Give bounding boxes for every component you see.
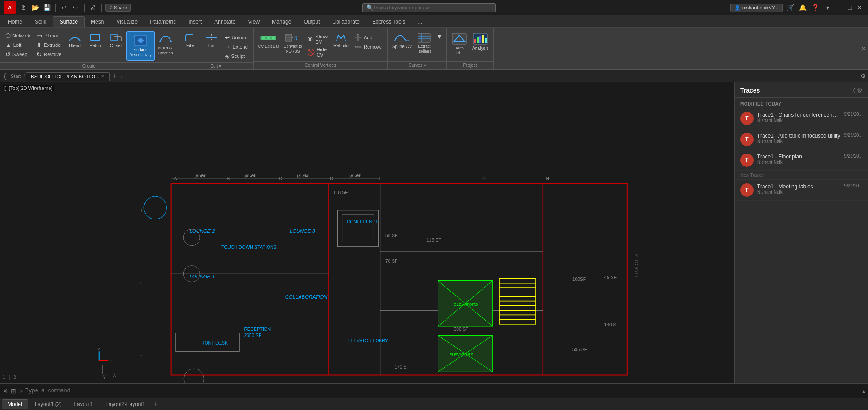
traces-settings-button[interactable]: ⚙ [857,87,863,94]
maximize-button[interactable]: □ [845,3,855,12]
tab-express-tools[interactable]: Express Tools [366,17,411,27]
trace-avatar-3: T [740,154,754,167]
tab-parametric[interactable]: Parametric [144,17,182,27]
rebuild-button[interactable]: Rebuild [331,31,351,49]
auto-tri-button[interactable]: AutoTri... [450,31,469,57]
tab-layout2-layout1[interactable]: Layout2-Layout1 [100,399,151,409]
plot-button[interactable]: 🖨 [88,3,98,12]
offset-button[interactable]: Offset [106,31,126,49]
add-cv-button[interactable]: ➕ Add [352,31,385,42]
trace-date-4: 9/21/20... [844,183,863,188]
untrim-button[interactable]: ↩ Untrim [222,31,251,42]
trace-item-1[interactable]: T Trace1 - Chairs for conference room Ni… [735,108,868,129]
planar-label: Planar [44,33,58,38]
new-traces-divider: New Traces [735,171,868,180]
extract-isolines-button[interactable]: ExtractIsolines [414,31,434,55]
show-cv-button[interactable]: 👁 ShowCV [304,31,330,45]
trace-date-1: 9/21/20... [844,112,863,117]
trace-item-2[interactable]: T Trace1 - Add table in focused utility … [735,129,868,150]
ribbon-group-curves: Spline CV ExtractIsolines ▾ [388,28,447,69]
command-settings-button[interactable]: ⊞ [11,387,16,394]
tab-view[interactable]: View [242,17,266,27]
extend-button[interactable]: → Extend [222,42,251,51]
close-button[interactable]: ✕ [855,3,864,12]
fillet-button[interactable]: Fillet [181,31,201,49]
tab-annotate[interactable]: Annotate [208,17,242,27]
undo-button[interactable]: ↩ [59,3,69,12]
traces-prev-button[interactable]: ⟨ [853,87,855,94]
command-expand-button[interactable]: ▴ [862,387,865,394]
curves-more-button[interactable]: ▾ [435,31,444,41]
svg-text:595 SF: 595 SF [572,347,587,352]
cart-button[interactable]: 🛒 [785,3,795,12]
trace-title-3: Trace1 - Floor plan [757,154,840,160]
search-box[interactable]: 🔍 [362,3,496,12]
notification-button[interactable]: 🔔 [798,3,807,12]
cv-edit-bar-button[interactable]: CV Edit Bar [256,31,281,50]
spline-cv-button[interactable]: Spline CV [390,31,414,50]
planar-button[interactable]: ▭ Planar [34,31,64,40]
patch-button[interactable]: Patch [85,31,105,49]
sweep-button[interactable]: ↺ Sweep [3,50,33,59]
rebuild-label: Rebuild [333,43,349,48]
qa-separator2 [84,4,85,12]
tab-model[interactable]: Model [2,399,28,409]
convert-nurbs-button[interactable]: N Convert toNURBS [282,31,304,55]
loft-button[interactable]: ▲ Loft [3,41,33,49]
search-input[interactable] [373,5,471,10]
tab-layout1[interactable]: Layout1 [68,399,99,409]
blend-button[interactable]: Blend [65,31,85,49]
open-button[interactable]: 📂 [30,3,40,12]
user-button[interactable]: 👤 nishant.naikVY... [730,4,783,12]
tab-solid[interactable]: Solid [28,17,53,27]
command-close-button[interactable]: ✕ [3,387,8,394]
extrude-button[interactable]: ⬆ Extrude [34,41,64,49]
new-button[interactable]: 🗎 [19,3,28,12]
fillet-label: Fillet [186,43,195,48]
save-button[interactable]: 💾 [42,3,52,12]
add-layout-button[interactable]: + [152,400,160,408]
back-button[interactable]: ⟨ [2,72,8,81]
doc-tab-close[interactable]: ✕ [101,74,105,79]
trace-sub-4: Nishant Naik [757,190,840,195]
new-tab-button[interactable]: + [110,72,118,80]
help-button[interactable]: ❓ [810,3,820,12]
network-button[interactable]: ⬡ Network [3,31,33,40]
hide-cv-button[interactable]: 🚫 HideCV [304,46,330,58]
analysis-button[interactable]: Analysis [470,31,490,52]
svg-text:118 SF: 118 SF [333,190,348,195]
qa-separator3 [101,4,102,12]
tab-output[interactable]: Output [297,17,326,27]
tab-settings-button[interactable]: ⚙ [860,73,866,80]
nurbs-button[interactable]: NURBSCreation [156,31,175,57]
sculpt-button[interactable]: ◈ Sculpt [222,52,251,61]
surface-assoc-button[interactable]: SurfaceAssociativity [126,31,155,61]
trace-item-3[interactable]: T Trace1 - Floor plan Nishant Naik 9/21/… [735,150,868,171]
tab-surface[interactable]: Surface [53,16,85,27]
redo-button[interactable]: ↪ [71,3,81,12]
tab-collaborate[interactable]: Collaborate [326,17,366,27]
tab-more[interactable]: ... [411,17,428,27]
cad-drawing[interactable]: Y X X Y A B C D E F G H [0,82,734,383]
network-label: Network [12,33,30,38]
minimize-button[interactable]: ─ [835,3,845,12]
command-input[interactable] [25,388,860,394]
ribbon-collapse-button[interactable]: ✕ [861,45,866,52]
tab-home[interactable]: Home [2,17,28,27]
trim-button[interactable]: Trim [202,31,221,49]
offset-label: Offset [110,43,122,48]
tab-insert[interactable]: Insert [182,17,208,27]
remove-cv-button[interactable]: ➖ Remove [352,42,385,51]
tab-layout1-2[interactable]: Layout1 (2) [29,399,68,409]
ribbon-group-cv: CV Edit Bar N Convert toNURBS 👁 ShowCV [254,28,388,69]
trace-sub-3: Nishant Naik [757,160,840,165]
doc-tab-main[interactable]: BSDF OFFICE PLAN BOTLO... ✕ [26,72,110,81]
search-icon: 🔍 [366,4,373,11]
more-button[interactable]: ▾ [823,3,832,12]
revolve-button[interactable]: ↻ Revolve [34,50,64,59]
tab-mesh[interactable]: Mesh [85,17,110,27]
tab-manage[interactable]: Manage [266,17,297,27]
trace-item-4[interactable]: T Trace1 - Meeting tables Nishant Naik 9… [735,180,868,201]
share-button[interactable]: ⤴ Share [105,4,131,12]
tab-visualize[interactable]: Visualize [110,17,144,27]
